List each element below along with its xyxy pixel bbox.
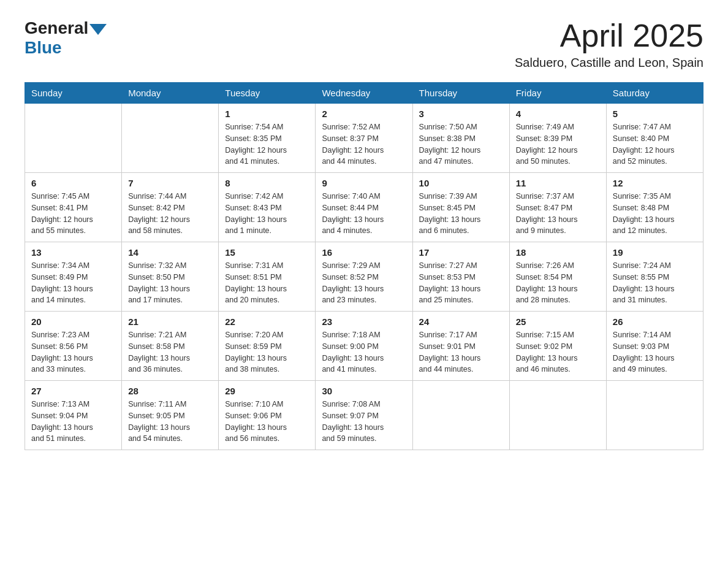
day-number: 2 (322, 109, 406, 119)
weekday-header-thursday: Thursday (412, 83, 509, 104)
day-info: Sunrise: 7:24 AMSunset: 8:55 PMDaylight:… (613, 260, 697, 306)
day-info: Sunrise: 7:17 AMSunset: 9:01 PMDaylight:… (419, 329, 503, 375)
day-number: 16 (322, 247, 406, 258)
day-info: Sunrise: 7:37 AMSunset: 8:47 PMDaylight:… (516, 191, 600, 237)
calendar-cell: 12Sunrise: 7:35 AMSunset: 8:48 PMDayligh… (606, 173, 703, 242)
day-number: 26 (613, 316, 697, 327)
day-info: Sunrise: 7:40 AMSunset: 8:44 PMDaylight:… (322, 191, 406, 237)
day-info: Sunrise: 7:31 AMSunset: 8:51 PMDaylight:… (225, 260, 309, 306)
day-number: 24 (419, 316, 503, 327)
day-number: 19 (613, 247, 697, 258)
day-info: Sunrise: 7:14 AMSunset: 9:03 PMDaylight:… (613, 329, 697, 375)
calendar-cell (25, 104, 122, 173)
calendar-cell (606, 381, 703, 450)
calendar-week-5: 27Sunrise: 7:13 AMSunset: 9:04 PMDayligh… (25, 381, 703, 450)
day-info: Sunrise: 7:39 AMSunset: 8:45 PMDaylight:… (419, 191, 503, 237)
weekday-header-friday: Friday (509, 83, 606, 104)
day-number: 3 (419, 109, 503, 119)
day-info: Sunrise: 7:08 AMSunset: 9:07 PMDaylight:… (322, 399, 406, 445)
day-info: Sunrise: 7:23 AMSunset: 8:56 PMDaylight:… (31, 329, 115, 375)
calendar-header-row: SundayMondayTuesdayWednesdayThursdayFrid… (25, 83, 703, 104)
day-number: 4 (516, 109, 600, 119)
day-number: 5 (613, 109, 697, 119)
calendar-cell: 19Sunrise: 7:24 AMSunset: 8:55 PMDayligh… (606, 242, 703, 312)
calendar-cell (509, 381, 606, 450)
calendar-cell: 9Sunrise: 7:40 AMSunset: 8:44 PMDaylight… (316, 173, 412, 242)
day-info: Sunrise: 7:29 AMSunset: 8:52 PMDaylight:… (322, 260, 406, 306)
calendar-cell: 11Sunrise: 7:37 AMSunset: 8:47 PMDayligh… (509, 173, 606, 242)
page-header: General Blue April 2025 Salduero, Castil… (25, 18, 703, 70)
day-number: 20 (31, 316, 115, 327)
day-number: 27 (31, 386, 115, 396)
calendar-cell: 7Sunrise: 7:44 AMSunset: 8:42 PMDaylight… (122, 173, 219, 242)
calendar-cell: 24Sunrise: 7:17 AMSunset: 9:01 PMDayligh… (412, 312, 509, 381)
calendar-cell: 16Sunrise: 7:29 AMSunset: 8:52 PMDayligh… (316, 242, 412, 312)
weekday-header-saturday: Saturday (606, 83, 703, 104)
day-number: 21 (128, 316, 212, 327)
day-info: Sunrise: 7:34 AMSunset: 8:49 PMDaylight:… (31, 260, 115, 306)
day-info: Sunrise: 7:10 AMSunset: 9:06 PMDaylight:… (225, 399, 309, 445)
day-info: Sunrise: 7:42 AMSunset: 8:43 PMDaylight:… (225, 191, 309, 237)
day-info: Sunrise: 7:18 AMSunset: 9:00 PMDaylight:… (322, 329, 406, 375)
day-info: Sunrise: 7:50 AMSunset: 8:38 PMDaylight:… (419, 121, 503, 167)
day-info: Sunrise: 7:44 AMSunset: 8:42 PMDaylight:… (128, 191, 212, 237)
day-number: 7 (128, 178, 212, 188)
weekday-header-monday: Monday (122, 83, 219, 104)
calendar-cell: 15Sunrise: 7:31 AMSunset: 8:51 PMDayligh… (219, 242, 316, 312)
calendar-cell: 26Sunrise: 7:14 AMSunset: 9:03 PMDayligh… (606, 312, 703, 381)
title-block: April 2025 Salduero, Castille and Leon, … (515, 18, 703, 70)
day-number: 28 (128, 386, 212, 396)
day-number: 17 (419, 247, 503, 258)
day-number: 29 (225, 386, 309, 396)
day-number: 14 (128, 247, 212, 258)
day-number: 12 (613, 178, 697, 188)
day-info: Sunrise: 7:49 AMSunset: 8:39 PMDaylight:… (516, 121, 600, 167)
calendar-week-2: 6Sunrise: 7:45 AMSunset: 8:41 PMDaylight… (25, 173, 703, 242)
location-text: Salduero, Castille and Leon, Spain (515, 56, 703, 70)
day-number: 22 (225, 316, 309, 327)
day-number: 23 (322, 316, 406, 327)
day-info: Sunrise: 7:35 AMSunset: 8:48 PMDaylight:… (613, 191, 697, 237)
calendar-cell: 5Sunrise: 7:47 AMSunset: 8:40 PMDaylight… (606, 104, 703, 173)
day-info: Sunrise: 7:15 AMSunset: 9:02 PMDaylight:… (516, 329, 600, 375)
calendar-cell: 25Sunrise: 7:15 AMSunset: 9:02 PMDayligh… (509, 312, 606, 381)
day-number: 25 (516, 316, 600, 327)
day-number: 9 (322, 178, 406, 188)
calendar-cell: 14Sunrise: 7:32 AMSunset: 8:50 PMDayligh… (122, 242, 219, 312)
calendar-cell: 6Sunrise: 7:45 AMSunset: 8:41 PMDaylight… (25, 173, 122, 242)
calendar-cell: 29Sunrise: 7:10 AMSunset: 9:06 PMDayligh… (219, 381, 316, 450)
calendar-cell: 21Sunrise: 7:21 AMSunset: 8:58 PMDayligh… (122, 312, 219, 381)
day-number: 15 (225, 247, 309, 258)
logo-blue-text: Blue (25, 38, 62, 57)
calendar-cell (122, 104, 219, 173)
weekday-header-tuesday: Tuesday (219, 83, 316, 104)
calendar-cell: 28Sunrise: 7:11 AMSunset: 9:05 PMDayligh… (122, 381, 219, 450)
calendar-cell: 22Sunrise: 7:20 AMSunset: 8:59 PMDayligh… (219, 312, 316, 381)
day-info: Sunrise: 7:45 AMSunset: 8:41 PMDaylight:… (31, 191, 115, 237)
logo: General Blue (25, 18, 108, 58)
calendar-cell: 27Sunrise: 7:13 AMSunset: 9:04 PMDayligh… (25, 381, 122, 450)
day-info: Sunrise: 7:52 AMSunset: 8:37 PMDaylight:… (322, 121, 406, 167)
day-number: 18 (516, 247, 600, 258)
calendar-cell: 1Sunrise: 7:54 AMSunset: 8:35 PMDaylight… (219, 104, 316, 173)
day-info: Sunrise: 7:47 AMSunset: 8:40 PMDaylight:… (613, 121, 697, 167)
calendar-cell: 23Sunrise: 7:18 AMSunset: 9:00 PMDayligh… (316, 312, 412, 381)
day-number: 10 (419, 178, 503, 188)
weekday-header-wednesday: Wednesday (316, 83, 412, 104)
day-info: Sunrise: 7:20 AMSunset: 8:59 PMDaylight:… (225, 329, 309, 375)
day-number: 8 (225, 178, 309, 188)
calendar-cell: 13Sunrise: 7:34 AMSunset: 8:49 PMDayligh… (25, 242, 122, 312)
day-info: Sunrise: 7:13 AMSunset: 9:04 PMDaylight:… (31, 399, 115, 445)
calendar-cell: 30Sunrise: 7:08 AMSunset: 9:07 PMDayligh… (316, 381, 412, 450)
calendar-cell: 20Sunrise: 7:23 AMSunset: 8:56 PMDayligh… (25, 312, 122, 381)
day-info: Sunrise: 7:32 AMSunset: 8:50 PMDaylight:… (128, 260, 212, 306)
logo-general-text: General (25, 18, 88, 38)
calendar-cell: 4Sunrise: 7:49 AMSunset: 8:39 PMDaylight… (509, 104, 606, 173)
day-info: Sunrise: 7:21 AMSunset: 8:58 PMDaylight:… (128, 329, 212, 375)
day-number: 13 (31, 247, 115, 258)
day-number: 6 (31, 178, 115, 188)
calendar-cell (412, 381, 509, 450)
calendar-week-1: 1Sunrise: 7:54 AMSunset: 8:35 PMDaylight… (25, 104, 703, 173)
calendar-week-4: 20Sunrise: 7:23 AMSunset: 8:56 PMDayligh… (25, 312, 703, 381)
day-info: Sunrise: 7:26 AMSunset: 8:54 PMDaylight:… (516, 260, 600, 306)
